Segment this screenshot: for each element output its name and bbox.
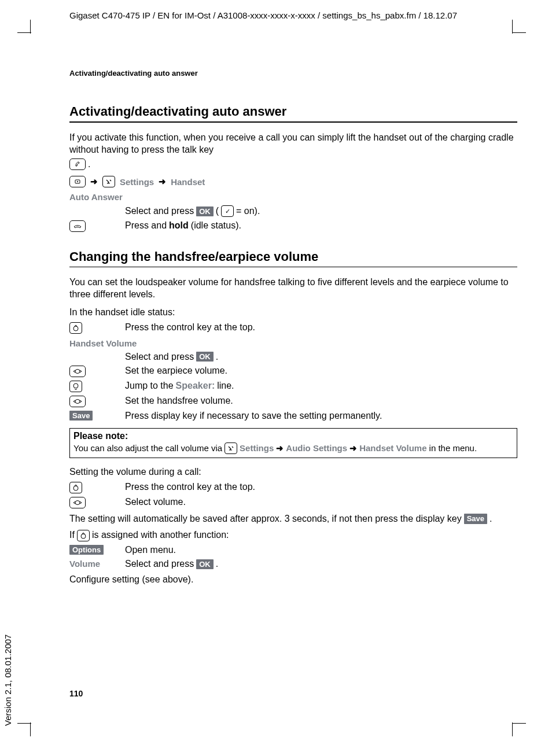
section2-title: Changing the handsfree/earpiece volume	[69, 249, 517, 267]
section1-intro: If you activate this function, when you …	[69, 132, 517, 170]
step-save: Press display key if necessary to save t…	[125, 411, 517, 421]
control-up-icon	[69, 322, 82, 334]
doc-header: Gigaset C470-475 IP / EN for IM-Ost / A3…	[69, 10, 517, 20]
text: If	[69, 529, 75, 541]
version-label: Version 2.1, 08.01.2007	[3, 635, 13, 726]
during-select: Select volume.	[125, 497, 517, 507]
text: Select and press	[125, 559, 194, 569]
volume-select-ok: Select and press OK .	[125, 559, 517, 569]
checkmark-icon: ✓	[221, 205, 234, 217]
intro-text: If you activate this function, when you …	[69, 132, 517, 156]
section2-intro: You can set the loudspeaker volume for h…	[69, 276, 517, 301]
intro-end: .	[88, 158, 90, 171]
text: You can also adjust the call volume via	[73, 443, 222, 453]
during-call-line: Setting the volume during a call:	[69, 466, 517, 478]
section1-title: Activating/deactivating auto answer	[69, 104, 517, 123]
text: (idle status).	[191, 220, 241, 231]
note-settings: Settings	[240, 443, 274, 453]
control-up-icon	[77, 530, 90, 541]
configure-line: Configure setting (see above).	[69, 574, 517, 586]
save-button: Save	[69, 411, 93, 421]
text: .	[490, 513, 492, 525]
svg-point-4	[73, 383, 78, 388]
handset-volume-label: Handset Volume	[69, 338, 517, 348]
note-handset-vol: Handset Volume	[359, 443, 426, 453]
svg-point-3	[75, 369, 80, 373]
control-up-icon	[69, 482, 82, 493]
arrow-icon	[276, 443, 284, 453]
svg-point-2	[73, 326, 78, 331]
text: Select and press	[125, 206, 194, 216]
bold-text: hold	[169, 220, 189, 231]
note-body: You can also adjust the call volume via …	[73, 442, 513, 454]
note-box: Please note: You can also adjust the cal…	[69, 428, 517, 458]
nav-path-1: Settings Handset	[69, 176, 517, 187]
text: = on).	[236, 206, 260, 216]
hangup-key-icon	[69, 220, 86, 232]
svg-point-5	[75, 399, 80, 403]
arrow-icon	[90, 176, 98, 187]
arrow-icon	[349, 443, 357, 453]
ok-button: OK	[196, 559, 214, 569]
auto-answer-label: Auto Answer	[69, 192, 517, 202]
arrow-icon	[159, 176, 166, 187]
assigned-line: If is assigned with another function:	[69, 529, 517, 541]
step-select-ok-2: Select and press OK .	[125, 352, 517, 362]
page: Gigaset C470-475 IP / EN for IM-Ost / A3…	[0, 0, 552, 586]
volume-label: Volume	[69, 559, 122, 569]
settings-glyph-icon	[102, 176, 115, 187]
nav-settings: Settings	[120, 177, 154, 187]
talk-key-icon	[69, 158, 86, 170]
step-jump-speaker: Jump to the Speaker: line.	[125, 381, 517, 391]
step-select-ok: Select and press OK ( ✓ = on).	[125, 205, 517, 217]
note-title: Please note:	[73, 431, 513, 441]
text: line.	[217, 381, 234, 391]
left-right-icon	[69, 366, 86, 377]
save-button: Save	[464, 514, 487, 525]
speaker-label: Speaker:	[176, 381, 215, 391]
auto-save-line: The setting will automatically be saved …	[69, 513, 517, 525]
note-audio: Audio Settings	[286, 443, 347, 453]
step-handsfree: Set the handsfree volume.	[125, 396, 517, 406]
text: The setting will automatically be saved …	[69, 513, 462, 525]
ok-button: OK	[196, 206, 214, 216]
text: (	[216, 206, 219, 216]
text: in the menu.	[429, 443, 477, 453]
step-press-hold: Press and hold (idle status).	[125, 220, 517, 231]
settings-glyph-icon	[225, 442, 237, 454]
left-right-icon	[69, 497, 86, 508]
svg-point-8	[81, 534, 86, 539]
control-down-icon	[69, 381, 82, 392]
text: .	[216, 559, 218, 569]
ok-button: OK	[196, 352, 214, 362]
svg-point-6	[73, 486, 78, 491]
svg-point-7	[75, 500, 80, 504]
left-right-icon	[69, 396, 86, 407]
text: Jump to the	[125, 381, 174, 391]
options-button: Options	[69, 545, 104, 555]
menu-key-icon	[69, 176, 86, 187]
text: Select and press	[125, 352, 194, 362]
step-press-top: Press the control key at the top.	[125, 322, 517, 333]
text: Press and	[125, 220, 167, 231]
during-press-top: Press the control key at the top.	[125, 482, 517, 492]
nav-handset: Handset	[171, 177, 205, 187]
text: is assigned with another function:	[92, 529, 229, 541]
page-number: 110	[69, 689, 83, 698]
text: .	[216, 352, 218, 362]
idle-status-line: In the handset idle status:	[69, 307, 517, 319]
step-earpiece: Set the earpiece volume.	[125, 366, 517, 376]
running-head: Activating/deactivating auto answer	[69, 69, 517, 78]
open-menu: Open menu.	[125, 545, 517, 555]
svg-point-1	[77, 181, 78, 182]
